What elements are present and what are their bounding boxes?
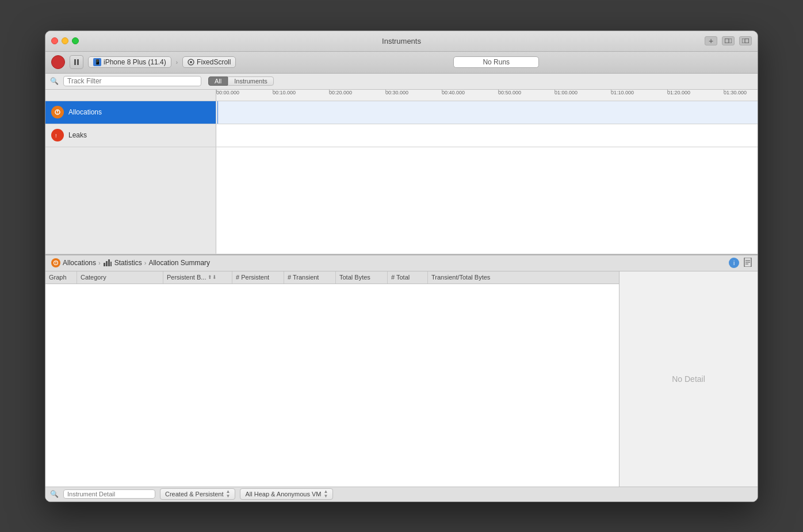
filter-tab-instruments[interactable]: Instruments [228, 76, 273, 86]
leaks-label: Leaks [68, 131, 87, 139]
breadcrumb-statistics-label: Statistics [114, 259, 142, 267]
bottom-panel: Allocations › Statistics › [45, 254, 758, 502]
pause-button[interactable] [70, 55, 83, 69]
target-selector[interactable]: FixedScroll [182, 56, 236, 68]
svg-rect-17 [108, 259, 110, 266]
no-detail-label: No Detail [672, 374, 705, 384]
svg-rect-2 [742, 39, 749, 43]
track-row-allocations[interactable]: Allocations [45, 101, 758, 124]
ruler-spacer [45, 90, 216, 101]
allocations-label: Allocations [68, 108, 102, 116]
table-body[interactable] [45, 284, 619, 487]
device-label: iPhone 8 Plus (11.4) [104, 58, 166, 66]
tick-9: 01:30.000 [724, 90, 747, 95]
breadcrumb-allocation-summary[interactable]: Allocation Summary [148, 259, 210, 267]
empty-track-area [45, 147, 758, 254]
info-action-button[interactable]: i [729, 258, 739, 268]
sort-arrow: ⬆⬇ [208, 274, 217, 280]
tick-4: 00:40.000 [442, 90, 465, 95]
dropdown1-arrows: ▲ ▼ [226, 489, 231, 499]
th-persistent-bytes-label: Persistent B... [167, 274, 206, 281]
tick-2: 00:20.000 [329, 90, 352, 95]
svg-point-14 [55, 263, 56, 264]
svg-point-10 [57, 113, 58, 114]
th-graph[interactable]: Graph [45, 271, 77, 284]
leaks-icon: ! [51, 129, 64, 141]
device-icon: 📱 [93, 58, 101, 66]
instruments-window: Instruments + 📱 iPhone 8 Plus (11.4) › [45, 30, 758, 502]
window-layout-button-1[interactable] [722, 36, 735, 45]
th-num-persistent[interactable]: # Persistent [232, 271, 284, 284]
instrument-detail-input[interactable] [63, 489, 155, 499]
breadcrumb-sep-1: › [98, 259, 101, 266]
breadcrumb-statistics[interactable]: Statistics [103, 258, 142, 267]
th-persistent-bytes[interactable]: Persistent B... ⬆⬇ [163, 271, 232, 284]
svg-rect-3 [745, 39, 749, 43]
cursor-line [217, 101, 218, 124]
th-transient-total[interactable]: Transient/Total Bytes [428, 271, 619, 284]
th-category[interactable]: Category [77, 271, 163, 284]
th-num-total[interactable]: # Total [388, 271, 428, 284]
bottom-filter-bar: 🔍 Created & Persistent ▲ ▼ All Heap & An… [45, 487, 758, 502]
close-button[interactable] [51, 37, 58, 44]
leaks-timeline[interactable] [216, 124, 758, 147]
th-num-total-label: # Total [391, 274, 410, 281]
tick-8: 01:20.000 [667, 90, 690, 95]
th-total-bytes-label: Total Bytes [339, 274, 370, 281]
titlebar-right: + [705, 36, 752, 45]
svg-rect-0 [725, 39, 732, 43]
dropdown2-arrows: ▲ ▼ [324, 489, 328, 499]
timeline-ruler: 00:00.000 00:10.000 00:20.000 00:30.000 … [45, 90, 758, 101]
main-content: 00:00.000 00:10.000 00:20.000 00:30.000 … [45, 90, 758, 502]
th-num-transient[interactable]: # Transient [284, 271, 336, 284]
track-filter-input[interactable] [63, 76, 201, 86]
record-button[interactable] [51, 55, 65, 69]
device-selector[interactable]: 📱 iPhone 8 Plus (11.4) [88, 56, 171, 68]
tracks-area: Allocations ! Leaks [45, 101, 758, 254]
runs-container: No Runs [240, 56, 752, 68]
tick-5: 00:50.000 [498, 90, 521, 95]
track-row-leaks[interactable]: ! Leaks [45, 124, 758, 147]
allocations-timeline[interactable] [216, 101, 758, 124]
svg-text:!: ! [55, 133, 57, 139]
heap-vm-dropdown[interactable]: All Heap & Anonymous VM ▲ ▼ [240, 488, 333, 500]
breadcrumb-summary-label: Allocation Summary [148, 259, 210, 267]
track-label-allocations[interactable]: Allocations [45, 101, 216, 124]
svg-rect-15 [104, 263, 105, 266]
breadcrumb-sep-2: › [144, 259, 147, 266]
breadcrumb-allocations[interactable]: Allocations [51, 258, 96, 267]
minimize-button[interactable] [62, 37, 68, 44]
runs-selector[interactable]: No Runs [453, 56, 539, 68]
empty-label-area [45, 147, 216, 254]
runs-label: No Runs [483, 58, 510, 66]
allocations-icon [51, 106, 64, 118]
tick-0: 00:00.000 [216, 90, 239, 95]
svg-rect-16 [106, 261, 108, 266]
created-persistent-dropdown[interactable]: Created & Persistent ▲ ▼ [160, 488, 235, 500]
filter-tabs: All Instruments [208, 76, 274, 86]
track-label-leaks[interactable]: ! Leaks [45, 124, 216, 147]
bottom-filter-icon: 🔍 [50, 490, 59, 498]
document-action-button[interactable] [744, 258, 752, 269]
detail-panel: No Detail [620, 271, 758, 487]
breadcrumb-stats-icon [103, 258, 112, 267]
window-layout-button-2[interactable] [739, 36, 752, 45]
tick-3: 00:30.000 [385, 90, 408, 95]
maximize-button[interactable] [72, 37, 79, 44]
breadcrumb-alloc-icon [51, 258, 60, 267]
breadcrumb-bar: Allocations › Statistics › [45, 255, 758, 271]
svg-rect-1 [725, 39, 729, 43]
target-label: FixedScroll [197, 58, 231, 66]
table-header: Graph Category Persistent B... ⬆⬇ # Pers… [45, 271, 619, 284]
breadcrumb-separator-1: › [176, 59, 178, 66]
svg-rect-5 [77, 59, 79, 65]
dropdown1-label: Created & Persistent [165, 491, 224, 497]
tick-1: 00:10.000 [273, 90, 296, 95]
filter-tab-all[interactable]: All [208, 76, 228, 86]
breadcrumb-alloc-label: Allocations [63, 259, 96, 267]
th-total-bytes[interactable]: Total Bytes [336, 271, 388, 284]
traffic-lights [51, 37, 79, 44]
add-instrument-button[interactable]: + [705, 36, 717, 45]
tick-6: 01:00.000 [555, 90, 578, 95]
ruler-ticks: 00:00.000 00:10.000 00:20.000 00:30.000 … [216, 90, 758, 101]
